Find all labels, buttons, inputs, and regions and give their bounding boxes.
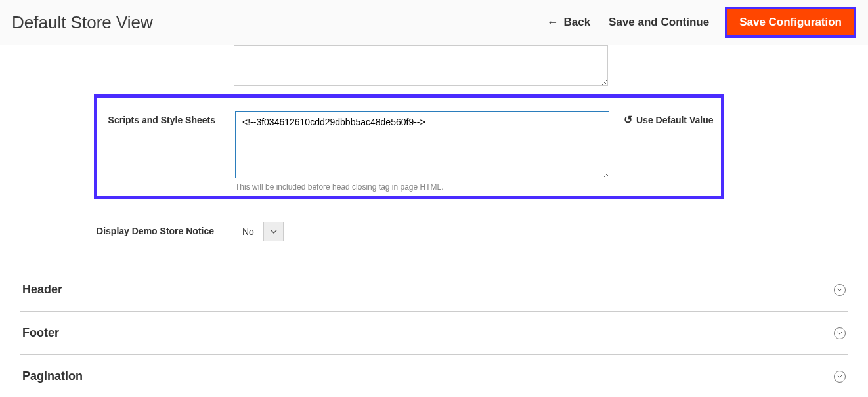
- demo-notice-select[interactable]: No: [234, 222, 284, 241]
- accordion-title: Pagination: [22, 369, 83, 383]
- accordion-item-pagination[interactable]: Pagination: [20, 354, 848, 397]
- back-button-label: Back: [563, 16, 590, 29]
- field-row-demo-notice: Display Demo Store Notice No: [20, 215, 848, 248]
- chevron-down-icon: [263, 222, 283, 241]
- accordion-item-footer[interactable]: Footer: [20, 311, 848, 354]
- undo-icon: ↺: [624, 114, 632, 126]
- demo-notice-select-value: No: [234, 222, 263, 241]
- arrow-left-icon: ←: [546, 16, 558, 28]
- chevron-down-icon: [834, 371, 846, 383]
- save-and-continue-button[interactable]: Save and Continue: [609, 16, 709, 29]
- textarea-previous[interactable]: [234, 45, 608, 86]
- save-configuration-button[interactable]: Save Configuration: [727, 9, 854, 35]
- field-control-previous: [234, 45, 608, 86]
- demo-notice-label: Display Demo Store Notice: [20, 222, 234, 236]
- scripts-control: This will be included before head closin…: [235, 111, 609, 192]
- scripts-label: Scripts and Style Sheets: [98, 111, 235, 125]
- field-row-scripts: Scripts and Style Sheets This will be in…: [98, 99, 720, 194]
- demo-notice-control: No: [234, 222, 284, 241]
- use-default-value-link[interactable]: ↺ Use Default Value: [624, 114, 714, 126]
- back-button[interactable]: ← Back: [546, 16, 590, 29]
- chevron-down-icon: [834, 284, 846, 296]
- use-default-value-label: Use Default Value: [636, 115, 714, 125]
- page-header: Default Store View ← Back Save and Conti…: [0, 0, 868, 45]
- scripts-field-highlight: Scripts and Style Sheets This will be in…: [97, 98, 721, 196]
- scripts-textarea[interactable]: [235, 111, 609, 178]
- content-area: Scripts and Style Sheets This will be in…: [0, 45, 868, 397]
- scripts-extra: ↺ Use Default Value: [609, 111, 714, 126]
- chevron-down-icon: [834, 327, 846, 339]
- accordion: Header Footer Pagination: [20, 268, 848, 397]
- accordion-item-header[interactable]: Header: [20, 268, 848, 311]
- field-row-previous: [20, 45, 848, 93]
- scripts-help-text: This will be included before head closin…: [235, 182, 609, 192]
- accordion-title: Footer: [22, 326, 59, 340]
- field-label-empty: [20, 45, 234, 49]
- header-actions: ← Back Save and Continue Save Configurat…: [546, 9, 854, 35]
- page-title: Default Store View: [12, 12, 153, 33]
- accordion-title: Header: [22, 283, 62, 297]
